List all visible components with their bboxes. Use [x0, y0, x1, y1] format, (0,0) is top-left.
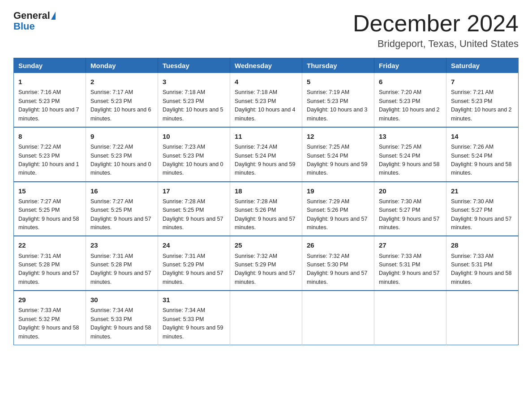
calendar-cell: 10Sunrise: 7:23 AMSunset: 5:23 PMDayligh… — [158, 127, 230, 182]
logo-text: General — [13, 11, 56, 21]
calendar-cell: 27Sunrise: 7:33 AMSunset: 5:31 PMDayligh… — [374, 236, 446, 291]
day-number: 2 — [90, 77, 153, 87]
calendar-cell: 29Sunrise: 7:33 AMSunset: 5:32 PMDayligh… — [14, 291, 86, 345]
day-number: 17 — [163, 186, 225, 196]
day-number: 24 — [163, 240, 225, 250]
day-number: 31 — [163, 295, 225, 305]
day-number: 25 — [235, 240, 297, 250]
weekday-header-saturday: Saturday — [446, 58, 519, 73]
day-number: 3 — [163, 77, 225, 87]
calendar-cell: 19Sunrise: 7:29 AMSunset: 5:26 PMDayligh… — [302, 182, 374, 236]
calendar-week-row: 22Sunrise: 7:31 AMSunset: 5:28 PMDayligh… — [14, 236, 519, 291]
day-number: 5 — [307, 77, 369, 87]
weekday-header-wednesday: Wednesday — [230, 58, 302, 73]
calendar-cell: 8Sunrise: 7:22 AMSunset: 5:23 PMDaylight… — [14, 127, 86, 182]
calendar-cell: 9Sunrise: 7:22 AMSunset: 5:23 PMDaylight… — [86, 127, 158, 182]
location-title: Bridgeport, Texas, United States — [353, 38, 519, 50]
title-area: December 2024 Bridgeport, Texas, United … — [353, 11, 519, 50]
day-number: 22 — [18, 240, 81, 250]
page-header: General Blue December 2024 Bridgeport, T… — [13, 11, 519, 50]
calendar-cell: 21Sunrise: 7:30 AMSunset: 5:27 PMDayligh… — [446, 182, 519, 236]
calendar-cell: 13Sunrise: 7:25 AMSunset: 5:24 PMDayligh… — [374, 127, 446, 182]
calendar-week-row: 29Sunrise: 7:33 AMSunset: 5:32 PMDayligh… — [14, 291, 519, 345]
calendar-cell — [230, 291, 302, 345]
calendar-cell: 4Sunrise: 7:18 AMSunset: 5:23 PMDaylight… — [230, 73, 302, 127]
calendar-cell: 18Sunrise: 7:28 AMSunset: 5:26 PMDayligh… — [230, 182, 302, 236]
day-number: 18 — [235, 186, 297, 196]
day-number: 19 — [307, 186, 369, 196]
calendar-cell: 17Sunrise: 7:28 AMSunset: 5:25 PMDayligh… — [158, 182, 230, 236]
day-number: 11 — [235, 131, 297, 141]
day-number: 13 — [379, 131, 442, 141]
day-number: 4 — [235, 77, 297, 87]
calendar-cell: 28Sunrise: 7:33 AMSunset: 5:31 PMDayligh… — [446, 236, 519, 291]
logo: General Blue — [13, 11, 56, 32]
calendar-cell: 5Sunrise: 7:19 AMSunset: 5:23 PMDaylight… — [302, 73, 374, 127]
day-number: 30 — [90, 295, 153, 305]
day-number: 20 — [379, 186, 442, 196]
weekday-header-sunday: Sunday — [14, 58, 86, 73]
calendar-cell: 25Sunrise: 7:32 AMSunset: 5:29 PMDayligh… — [230, 236, 302, 291]
calendar-cell: 14Sunrise: 7:26 AMSunset: 5:24 PMDayligh… — [446, 127, 519, 182]
calendar-cell: 11Sunrise: 7:24 AMSunset: 5:24 PMDayligh… — [230, 127, 302, 182]
day-number: 12 — [307, 131, 369, 141]
month-title: December 2024 — [353, 11, 519, 36]
day-number: 10 — [163, 131, 225, 141]
day-number: 23 — [90, 240, 153, 250]
calendar-cell — [446, 291, 519, 345]
calendar-cell: 6Sunrise: 7:20 AMSunset: 5:23 PMDaylight… — [374, 73, 446, 127]
logo-general-text: General — [13, 11, 50, 21]
calendar-cell: 22Sunrise: 7:31 AMSunset: 5:28 PMDayligh… — [14, 236, 86, 291]
weekday-header-row: SundayMondayTuesdayWednesdayThursdayFrid… — [14, 58, 519, 73]
calendar-cell: 23Sunrise: 7:31 AMSunset: 5:28 PMDayligh… — [86, 236, 158, 291]
calendar-cell: 3Sunrise: 7:18 AMSunset: 5:23 PMDaylight… — [158, 73, 230, 127]
calendar-cell: 30Sunrise: 7:34 AMSunset: 5:33 PMDayligh… — [86, 291, 158, 345]
calendar-cell — [302, 291, 374, 345]
calendar-cell: 26Sunrise: 7:32 AMSunset: 5:30 PMDayligh… — [302, 236, 374, 291]
calendar-week-row: 15Sunrise: 7:27 AMSunset: 5:25 PMDayligh… — [14, 182, 519, 236]
day-number: 8 — [18, 131, 81, 141]
weekday-header-thursday: Thursday — [302, 58, 374, 73]
calendar-cell: 7Sunrise: 7:21 AMSunset: 5:23 PMDaylight… — [446, 73, 519, 127]
logo-blue-text: Blue — [13, 21, 35, 32]
day-number: 26 — [307, 240, 369, 250]
calendar-cell: 1Sunrise: 7:16 AMSunset: 5:23 PMDaylight… — [14, 73, 86, 127]
weekday-header-monday: Monday — [86, 58, 158, 73]
calendar-cell: 24Sunrise: 7:31 AMSunset: 5:29 PMDayligh… — [158, 236, 230, 291]
calendar-cell: 16Sunrise: 7:27 AMSunset: 5:25 PMDayligh… — [86, 182, 158, 236]
day-number: 28 — [451, 240, 514, 250]
day-number: 15 — [18, 186, 81, 196]
logo-triangle-icon — [51, 12, 56, 20]
day-number: 21 — [451, 186, 514, 196]
calendar-cell: 31Sunrise: 7:34 AMSunset: 5:33 PMDayligh… — [158, 291, 230, 345]
day-number: 29 — [18, 295, 81, 305]
day-number: 16 — [90, 186, 153, 196]
day-number: 6 — [379, 77, 442, 87]
calendar-cell: 15Sunrise: 7:27 AMSunset: 5:25 PMDayligh… — [14, 182, 86, 236]
day-number: 7 — [451, 77, 514, 87]
calendar-week-row: 1Sunrise: 7:16 AMSunset: 5:23 PMDaylight… — [14, 73, 519, 127]
day-number: 1 — [18, 77, 81, 87]
calendar-cell: 20Sunrise: 7:30 AMSunset: 5:27 PMDayligh… — [374, 182, 446, 236]
day-number: 9 — [90, 131, 153, 141]
calendar-cell — [374, 291, 446, 345]
calendar-cell: 12Sunrise: 7:25 AMSunset: 5:24 PMDayligh… — [302, 127, 374, 182]
weekday-header-tuesday: Tuesday — [158, 58, 230, 73]
weekday-header-friday: Friday — [374, 58, 446, 73]
day-number: 27 — [379, 240, 442, 250]
calendar-table: SundayMondayTuesdayWednesdayThursdayFrid… — [13, 58, 519, 345]
calendar-cell: 2Sunrise: 7:17 AMSunset: 5:23 PMDaylight… — [86, 73, 158, 127]
day-number: 14 — [451, 131, 514, 141]
calendar-week-row: 8Sunrise: 7:22 AMSunset: 5:23 PMDaylight… — [14, 127, 519, 182]
